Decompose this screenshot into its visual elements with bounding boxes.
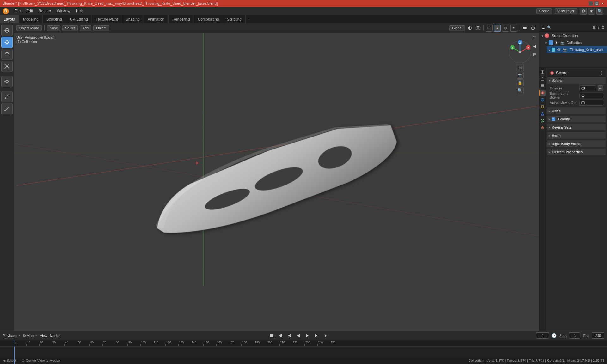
camera-value[interactable]	[579, 85, 596, 91]
props-tab-modifier[interactable]	[539, 111, 546, 117]
bg-scene-value[interactable]	[579, 93, 603, 98]
material-shading-btn[interactable]: ◑	[502, 25, 509, 32]
perspective-toggle-button[interactable]: ⊞	[517, 64, 524, 71]
outliner-collection[interactable]: 👁 📷 Collection	[543, 39, 607, 46]
title-controls[interactable]: — ☐ ✕	[589, 1, 604, 6]
rotate-tool-button[interactable]	[1, 49, 13, 60]
tab-sculpting[interactable]: Sculpting	[43, 15, 66, 23]
knife-visibility-icon[interactable]: 👁	[557, 48, 561, 52]
tab-texture-paint[interactable]: Texture Paint	[92, 15, 122, 23]
timeline-ruler[interactable]: 1 10 20 30 40 50 60 70 80 90 100 110 120	[0, 340, 607, 346]
tab-shading[interactable]: Shading	[122, 15, 144, 23]
viewport-add-menu[interactable]: Add	[80, 25, 92, 31]
minimize-button[interactable]: —	[589, 1, 593, 6]
current-frame-display[interactable]: 1	[536, 332, 549, 339]
blender-logo[interactable]: B	[1, 8, 10, 15]
props-tab-output[interactable]	[539, 76, 546, 82]
annotate-tool-button[interactable]	[1, 91, 13, 102]
start-frame-input[interactable]: 1	[569, 332, 580, 339]
menu-file[interactable]: File	[12, 8, 23, 14]
menu-render[interactable]: Render	[36, 8, 53, 14]
viewport-shading-icon[interactable]: ◉	[588, 8, 595, 15]
menu-help[interactable]: Help	[73, 8, 86, 14]
gravity-checkbox[interactable]	[552, 117, 555, 121]
viewport-canvas[interactable]: User Perspective (Local) (1) Collection …	[14, 33, 539, 331]
tab-animation[interactable]: Animation	[144, 15, 169, 23]
camera-view-button[interactable]: 📷	[517, 72, 524, 79]
overlays-button[interactable]	[521, 25, 528, 32]
keying-sets-section-header[interactable]: Keying Sets	[547, 124, 606, 131]
scale-tool-button[interactable]	[1, 61, 13, 72]
step-back-button[interactable]	[286, 332, 293, 339]
transform-orientation-selector[interactable]: Global	[449, 25, 465, 31]
menu-edit[interactable]: Edit	[24, 8, 35, 14]
props-tab-render[interactable]	[539, 69, 546, 75]
lock-camera-button[interactable]: 🔒	[517, 79, 524, 86]
header-type-icon[interactable]: ☰	[531, 34, 538, 42]
outliner-scene-collection[interactable]: Scene Collection	[539, 32, 607, 39]
step-forward-button[interactable]	[313, 332, 320, 339]
tab-scripting[interactable]: Scripting	[223, 15, 246, 23]
props-tab-world[interactable]	[539, 97, 546, 103]
outliner-sort-icon[interactable]: ↕	[598, 25, 599, 30]
outliner-filter-icon2[interactable]: ⊡	[601, 25, 604, 30]
viewport-gizmo[interactable]: Z X Y ⊞ 📷 🔒 🔍	[507, 39, 533, 64]
audio-section-header[interactable]: Audio	[547, 132, 606, 139]
move-tool-button[interactable]	[1, 37, 13, 48]
viewport-select-menu[interactable]: Select	[62, 25, 78, 31]
add-workspace-button[interactable]: +	[246, 16, 253, 23]
solid-shading-btn[interactable]: ●	[494, 25, 501, 32]
rendered-shading-btn[interactable]: ☀	[510, 25, 517, 32]
tab-rendering[interactable]: Rendering	[169, 15, 194, 23]
movie-clip-value[interactable]	[579, 100, 603, 106]
gizmos-button[interactable]	[530, 25, 536, 32]
sidebar-toggle[interactable]: ◀	[531, 42, 538, 50]
knife-render-icon[interactable]: 📷	[563, 48, 567, 52]
jump-end-button[interactable]	[322, 332, 328, 339]
props-tab-physics[interactable]	[539, 124, 546, 131]
object-mode-selector[interactable]: Object Mode	[16, 25, 42, 31]
tab-uv-editing[interactable]: UV Editing	[66, 15, 92, 23]
viewport-object-menu[interactable]: Object	[93, 25, 109, 31]
props-options-icon[interactable]: ⋮	[599, 71, 603, 75]
stop-button[interactable]	[268, 332, 275, 339]
scene-section-header[interactable]: Scene	[547, 77, 606, 84]
custom-props-section-header[interactable]: Custom Properties	[547, 149, 606, 155]
main-viewport[interactable]: User Perspective (Local) (1) Collection …	[14, 33, 539, 331]
camera-picker-icon[interactable]: ✏	[598, 85, 603, 91]
outliner-search-icon[interactable]: 🔍	[547, 25, 552, 30]
cursor-tool-button[interactable]	[1, 25, 13, 36]
search-icon[interactable]: 🔍	[596, 8, 603, 15]
props-tab-object[interactable]	[539, 104, 546, 110]
outliner-filter-icon[interactable]: ☰	[542, 25, 545, 30]
timeline-marker-menu[interactable]: Marker	[50, 333, 61, 338]
close-button[interactable]: ✕	[600, 1, 604, 6]
tab-compositing[interactable]: Compositing	[194, 15, 223, 23]
snap-button[interactable]	[466, 25, 473, 32]
menu-window[interactable]: Window	[54, 8, 73, 14]
transform-tool-button[interactable]	[1, 76, 13, 87]
maximize-button[interactable]: ☐	[594, 1, 599, 6]
toolbar-toggle[interactable]: ⊞	[531, 51, 538, 58]
play-reverse-button[interactable]	[295, 332, 302, 339]
play-button[interactable]	[304, 332, 311, 339]
zoom-in-button[interactable]: 🔍	[517, 87, 524, 94]
props-tab-viewlayer[interactable]	[539, 83, 546, 89]
timeline-playback-menu[interactable]: Playback ▼	[3, 334, 21, 337]
measure-tool-button[interactable]	[1, 103, 13, 114]
outliner-display-mode-icon[interactable]: ⊞	[592, 25, 596, 30]
proportional-edit-button[interactable]	[475, 25, 481, 32]
gravity-section-header[interactable]: Gravity	[547, 116, 606, 123]
timeline-keying-menu[interactable]: Keying ▼	[23, 334, 38, 337]
end-frame-input[interactable]: 250	[592, 332, 604, 339]
tab-modeling[interactable]: Modeling	[19, 15, 43, 23]
wireframe-shading-btn[interactable]: ⬡	[486, 25, 493, 32]
units-section-header[interactable]: Units	[547, 107, 606, 114]
jump-start-button[interactable]	[277, 332, 284, 339]
tab-layout[interactable]: Layout	[0, 15, 19, 23]
timeline-view-menu[interactable]: View	[40, 333, 47, 338]
viewport-view-menu[interactable]: View	[47, 25, 60, 31]
collection-visibility-icon[interactable]: 👁	[555, 41, 558, 45]
props-tab-particles[interactable]	[539, 118, 546, 124]
engine-icon[interactable]: ⚙	[580, 8, 587, 15]
